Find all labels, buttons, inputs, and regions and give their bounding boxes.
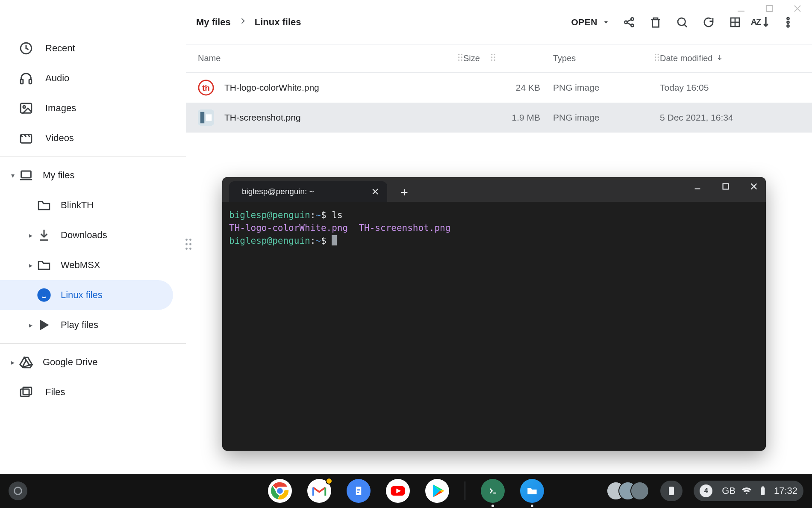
svg-point-13 [38,289,50,301]
sidebar-item-images[interactable]: Images [0,93,186,123]
linux-icon [37,288,51,302]
download-icon [37,228,51,242]
maximize-icon[interactable] [720,180,732,192]
file-row[interactable]: TH-screenshot.png 1.9 MB PNG image 5 Dec… [186,103,812,133]
svg-point-14 [41,293,43,295]
breadcrumb: My files Linux files [196,17,301,28]
file-size: 24 KB [463,83,553,93]
prompt-user: biglesp [229,236,267,246]
caret-right-icon[interactable]: ▸ [7,358,19,366]
sort-az-icon[interactable]: AZ [750,10,774,34]
trash-icon[interactable] [644,10,668,34]
svg-point-50 [491,54,492,55]
column-resize-icon[interactable] [457,53,463,64]
svg-point-60 [655,59,656,61]
sidebar-divider [0,157,186,157]
share-icon[interactable] [617,10,641,34]
sidebar-item-label: Audio [45,73,69,84]
svg-point-42 [787,21,789,23]
column-type[interactable]: Types [553,53,576,63]
svg-point-45 [461,54,462,55]
svg-rect-71 [723,184,729,189]
tote-recent-thumbnails[interactable] [606,481,649,500]
terminal-body[interactable]: biglesp@penguin:~$ ls TH-logo-colorWhite… [222,202,766,451]
refresh-icon[interactable] [697,10,721,34]
app-docs[interactable] [347,479,371,503]
launcher-button[interactable] [9,481,27,500]
sidebar-item-myfiles[interactable]: ▾ My files [0,160,186,190]
sidebar-item-google-drive[interactable]: ▸ Google Drive [0,347,186,377]
more-vert-icon[interactable] [776,10,800,34]
sidebar-item-recent[interactable]: Recent [0,33,186,63]
app-youtube[interactable] [386,479,410,503]
sidebar-item-files-service[interactable]: Files [0,377,186,407]
sidebar-item-blinkth[interactable]: BlinkTH [0,190,186,220]
terminal-window[interactable]: biglesp@penguin: ~ + biglesp@penguin:~$ … [222,177,766,451]
sidebar-item-label: Downloads [61,230,107,241]
search-icon[interactable] [670,10,694,34]
file-list-header: Name Size Types Date modified [186,44,812,73]
folder-icon [37,258,51,272]
clock: 17:32 [774,485,797,496]
svg-point-76 [277,487,284,495]
shelf-status-area[interactable]: 4 GB 17:32 [606,481,803,501]
sidebar-divider [0,343,186,344]
new-tab-button[interactable]: + [395,183,414,202]
column-resize-icon[interactable] [654,53,660,64]
sidebar-item-webmsx[interactable]: ▸ WebMSX [0,250,186,280]
open-button[interactable]: OPEN [566,14,615,31]
file-date: Today 16:05 [660,83,797,93]
breadcrumb-myfiles[interactable]: My files [196,17,231,28]
app-play-store[interactable] [425,479,449,503]
file-row[interactable]: th TH-logo-colorWhite.png 24 KB PNG imag… [186,73,812,103]
tab-close-icon[interactable] [371,187,380,196]
sidebar-item-audio[interactable]: Audio [0,63,186,93]
svg-point-61 [658,59,659,61]
google-drive-icon [19,355,33,369]
caret-right-icon[interactable]: ▸ [25,321,37,329]
close-icon[interactable] [748,180,760,192]
terminal-titlebar[interactable]: biglesp@penguin: ~ + [222,177,766,202]
caret-right-icon[interactable]: ▸ [25,261,37,269]
svg-point-8 [23,106,26,108]
caret-down-icon[interactable]: ▾ [7,171,19,180]
svg-point-35 [678,18,685,26]
sidebar-item-downloads[interactable]: ▸ Downloads [0,220,186,250]
svg-point-44 [458,54,459,55]
file-name: TH-logo-colorWhite.png [224,83,319,93]
wifi-icon [741,486,752,496]
sidebar-item-videos[interactable]: Videos [0,123,186,153]
app-terminal[interactable] [481,479,505,503]
movie-icon [19,131,33,145]
file-name: TH-screenshot.png [224,112,301,123]
column-date[interactable]: Date modified [660,53,712,63]
tote-thumb[interactable] [630,481,649,500]
svg-point-46 [458,56,459,58]
sidebar-item-play-files[interactable]: ▸ Play files [0,310,186,340]
svg-line-33 [627,23,631,25]
minimize-icon[interactable] [691,180,703,192]
breadcrumb-current[interactable]: Linux files [255,17,301,28]
column-size[interactable]: Size [463,53,480,63]
grid-view-icon[interactable] [723,10,747,34]
app-gmail[interactable] [307,479,331,503]
app-files[interactable] [520,479,544,503]
sort-desc-icon[interactable] [716,54,724,64]
phone-hub-button[interactable] [660,481,683,501]
sidebar-item-label: Linux files [61,289,103,301]
caret-right-icon[interactable]: ▸ [25,231,37,239]
svg-point-49 [461,59,462,61]
sidebar-item-label: My files [43,170,75,181]
terminal-tab[interactable]: biglesp@penguin: ~ [229,181,387,202]
sidebar-item-linux-files[interactable]: Linux files [0,280,173,310]
column-resize-icon[interactable] [490,53,496,64]
folder-icon [37,198,51,213]
image-icon [19,101,33,115]
chevron-right-icon [238,17,247,28]
shelf-apps [268,479,544,503]
file-type: PNG image [553,112,660,123]
app-chrome[interactable] [268,479,292,503]
terminal-command: ls [332,210,342,220]
status-tray[interactable]: 4 GB 17:32 [694,481,803,501]
column-name[interactable]: Name [198,53,221,63]
